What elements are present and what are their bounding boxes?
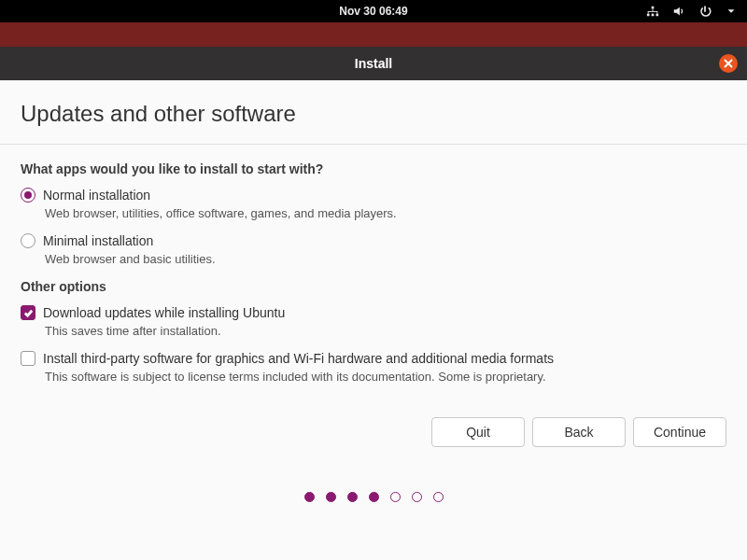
progress-dot <box>390 492 401 502</box>
svg-rect-2 <box>656 14 659 17</box>
checkbox-icon <box>21 351 35 366</box>
svg-rect-4 <box>653 8 654 11</box>
radio-icon <box>21 188 35 203</box>
divider <box>0 144 747 145</box>
chevron-down-icon <box>725 5 738 18</box>
close-icon <box>724 56 733 71</box>
installer-page: Updates and other software What apps wou… <box>0 80 747 384</box>
window-title: Install <box>355 56 392 71</box>
other-options-heading: Other options <box>21 279 726 294</box>
clock[interactable]: Nov 30 06:49 <box>339 5 407 18</box>
page-heading: Updates and other software <box>21 101 726 127</box>
option-normal-install: Normal installation Web browser, utiliti… <box>21 188 726 220</box>
checkbox-download-updates[interactable]: Download updates while installing Ubuntu <box>21 305 726 320</box>
system-top-bar: Nov 30 06:49 <box>0 0 747 22</box>
radio-icon <box>21 233 35 248</box>
option-third-party: Install third-party software for graphic… <box>21 351 726 384</box>
svg-rect-7 <box>656 11 657 14</box>
continue-button[interactable]: Continue <box>633 417 726 447</box>
back-button[interactable]: Back <box>532 417 626 447</box>
progress-dot <box>369 492 379 502</box>
progress-dot <box>433 492 444 502</box>
window-titlebar: Install <box>0 47 747 80</box>
option-description: This saves time after installation. <box>45 324 726 338</box>
apps-question: What apps would you like to install to s… <box>21 161 726 176</box>
option-download-updates: Download updates while installing Ubuntu… <box>21 305 726 338</box>
radio-minimal-install[interactable]: Minimal installation <box>21 233 726 248</box>
checkbox-label: Download updates while installing Ubuntu <box>43 305 285 320</box>
option-description: Web browser, utilities, office software,… <box>45 206 726 220</box>
option-description: Web browser and basic utilities. <box>45 252 726 266</box>
radio-label: Normal installation <box>43 188 150 203</box>
button-row: Quit Back Continue <box>0 417 747 447</box>
progress-dot <box>304 492 315 502</box>
quit-button[interactable]: Quit <box>431 417 525 447</box>
checkbox-label: Install third-party software for graphic… <box>43 351 554 366</box>
svg-rect-6 <box>648 11 649 14</box>
progress-dot <box>326 492 336 502</box>
svg-rect-5 <box>648 11 658 12</box>
progress-dot <box>412 492 422 502</box>
svg-rect-3 <box>652 7 655 9</box>
system-status-area[interactable] <box>646 5 738 18</box>
progress-dot <box>347 492 358 502</box>
radio-normal-install[interactable]: Normal installation <box>21 188 726 203</box>
option-minimal-install: Minimal installation Web browser and bas… <box>21 233 726 266</box>
radio-label: Minimal installation <box>43 233 153 248</box>
close-button[interactable] <box>719 54 738 73</box>
svg-rect-0 <box>647 14 650 17</box>
option-description: This software is subject to license term… <box>45 370 726 384</box>
volume-icon <box>672 5 685 18</box>
network-icon <box>646 5 659 18</box>
power-icon <box>698 5 712 18</box>
checkbox-third-party[interactable]: Install third-party software for graphic… <box>21 351 726 366</box>
desktop-background-strip <box>0 22 747 47</box>
progress-dots <box>0 492 747 502</box>
checkbox-icon <box>21 305 35 320</box>
svg-rect-1 <box>652 14 655 17</box>
